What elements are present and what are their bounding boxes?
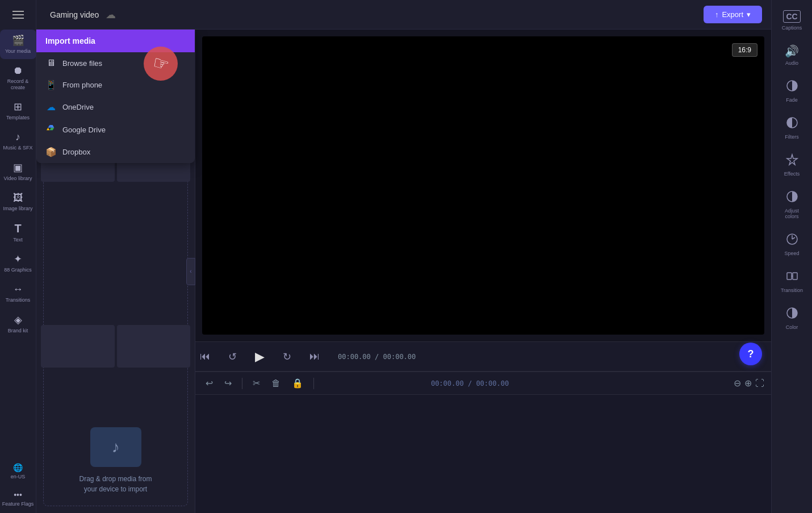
skip-back-button[interactable]: ⏮ [195, 348, 215, 365]
zoom-controls: ⊖ ⊕ ⛶ [734, 378, 764, 389]
adjust-colors-icon [786, 190, 798, 206]
right-item-filters[interactable]: Filters [774, 111, 810, 145]
help-button[interactable]: ? [739, 343, 762, 365]
left-sidebar: 🎬 Your media ⏺ Record &create ⊞ Template… [0, 0, 36, 513]
right-label-color: Color [786, 324, 798, 330]
text-icon: T [14, 222, 21, 235]
cut-button[interactable]: ✂ [249, 376, 263, 391]
lock-button[interactable]: 🔒 [288, 376, 307, 391]
onedrive-item[interactable]: ☁ OneDrive [36, 96, 195, 118]
captions-icon: CC [783, 10, 800, 23]
music-icon: ♪ [15, 131, 20, 143]
zoom-out-button[interactable]: ⊖ [734, 378, 741, 389]
sidebar-label-record: Record &create [7, 78, 29, 91]
onedrive-icon: ☁ [45, 102, 57, 112]
toolbar-separator-2 [313, 378, 314, 389]
media-panel: Import media 🖥 Browse files 📱 From phone… [36, 30, 195, 513]
play-button[interactable]: ▶ [250, 347, 269, 366]
graphics-icon: ✦ [14, 253, 22, 265]
sidebar-item-image-library[interactable]: 🖼 Image library [0, 187, 36, 216]
right-label-transition: Transition [781, 287, 803, 293]
sidebar-item-feature-flags[interactable]: ••• Feature Flags [0, 486, 36, 512]
right-item-effects[interactable]: Effects [774, 148, 810, 182]
sidebar-item-transitions[interactable]: ↔ Transitions [0, 279, 36, 308]
video-library-icon: ▣ [13, 161, 23, 174]
delete-button[interactable]: 🗑 [268, 376, 284, 391]
zoom-in-button[interactable]: ⊕ [744, 378, 752, 389]
cloud-save-icon: ☁ [106, 9, 116, 21]
toolbar-separator-1 [242, 378, 242, 389]
sidebar-item-text[interactable]: T Text [0, 218, 36, 248]
right-item-captions[interactable]: CC Captions [774, 5, 810, 36]
right-sidebar: CC Captions 🔊 Audio Fade Filters E [771, 0, 812, 513]
workspace: Import media 🖥 Browse files 📱 From phone… [36, 30, 771, 513]
top-bar: Gaming video ☁ ↑ Export ▾ [36, 0, 771, 30]
sidebar-item-brand-kit[interactable]: ◈ Brand kit [0, 309, 36, 339]
from-phone-label: From phone [62, 81, 102, 89]
google-drive-item[interactable]: Google Drive [36, 118, 195, 141]
record-icon: ⏺ [13, 65, 23, 77]
browse-files-item[interactable]: 🖥 Browse files [36, 52, 195, 74]
skip-forward-button[interactable]: ⏭ [305, 348, 324, 365]
browse-files-label: Browse files [62, 59, 102, 68]
dropbox-label: Dropbox [62, 148, 90, 156]
right-label-effects: Effects [784, 171, 800, 177]
top-bar-right: ↑ Export ▾ [704, 6, 762, 23]
timeline-time-display: 00:00.00 / 00:00.00 [431, 379, 509, 387]
dropbox-item[interactable]: 📦 Dropbox [36, 141, 195, 163]
right-item-audio[interactable]: 🔊 Audio [774, 39, 810, 72]
export-chevron-icon: ▾ [747, 10, 751, 19]
sidebar-item-music-sfx[interactable]: ♪ Music & SFX [0, 127, 36, 156]
menu-button[interactable] [8, 5, 28, 25]
from-phone-item[interactable]: 📱 From phone [36, 74, 195, 96]
tl-current-time: 00:00.00 [431, 379, 464, 387]
timeline-toolbar: ↩ ↪ ✂ 🗑 🔒 00:00.00 / 00:00.00 ⊖ ⊕ [195, 372, 771, 395]
sidebar-item-en-us[interactable]: 🌐 en-US [0, 458, 36, 485]
sidebar-item-record[interactable]: ⏺ Record &create [0, 60, 36, 95]
main-content: Gaming video ☁ ↑ Export ▾ Import media 🖥… [36, 0, 771, 513]
transition-icon [786, 270, 798, 285]
media-icon: 🎬 [12, 34, 24, 47]
right-item-speed[interactable]: Speed [774, 227, 810, 262]
undo-button[interactable]: ↩ [202, 376, 216, 391]
image-library-icon: 🖼 [13, 192, 23, 204]
sidebar-label-video-library: Video library [4, 176, 32, 182]
sidebar-item-templates[interactable]: ⊞ Templates [0, 96, 36, 126]
timeline-section: ↩ ↪ ✂ 🗑 🔒 00:00.00 / 00:00.00 ⊖ ⊕ [195, 371, 771, 513]
thumb-3 [41, 325, 115, 368]
right-item-adjust-colors[interactable]: Adjustcolors [774, 185, 810, 225]
sidebar-label-transitions: Transitions [6, 297, 31, 303]
fade-icon [786, 80, 798, 95]
right-item-color[interactable]: Color [774, 301, 810, 336]
templates-icon: ⊞ [14, 101, 22, 113]
redo-button[interactable]: ↪ [221, 376, 235, 391]
aspect-ratio-badge: 16:9 [732, 43, 757, 57]
import-dropdown: Import media 🖥 Browse files 📱 From phone… [36, 30, 195, 163]
fit-view-button[interactable]: ⛶ [755, 378, 764, 389]
export-label: Export [722, 10, 743, 19]
sidebar-label-templates: Templates [6, 115, 30, 121]
time-display: 00:00.00 / 00:00.00 [338, 353, 416, 361]
video-preview: 16:9 [202, 36, 764, 335]
transitions-icon: ↔ [13, 283, 23, 295]
forward-button[interactable]: ↻ [278, 348, 296, 365]
speed-icon [786, 233, 798, 248]
sidebar-item-video-library[interactable]: ▣ Video library [0, 157, 36, 186]
svg-rect-4 [787, 273, 792, 280]
sidebar-label-text: Text [13, 237, 23, 243]
right-item-fade[interactable]: Fade [774, 74, 810, 109]
right-label-audio: Audio [785, 60, 798, 66]
media-thumbnails [36, 135, 195, 513]
total-time: 00:00.00 [383, 353, 416, 361]
panel-collapse-button[interactable]: ‹ [186, 258, 195, 285]
sidebar-item-your-media[interactable]: 🎬 Your media [0, 30, 36, 59]
sidebar-label-music: Music & SFX [3, 145, 32, 151]
right-label-fade: Fade [786, 97, 798, 103]
import-media-button[interactable]: Import media [36, 30, 195, 52]
more-icon: ••• [14, 490, 22, 499]
export-icon: ↑ [715, 10, 719, 19]
sidebar-item-graphics[interactable]: ✦ 88 Graphics [0, 248, 36, 278]
right-item-transition[interactable]: Transition [774, 264, 810, 299]
export-button[interactable]: ↑ Export ▾ [704, 6, 762, 23]
rewind-button[interactable]: ↺ [224, 348, 241, 365]
